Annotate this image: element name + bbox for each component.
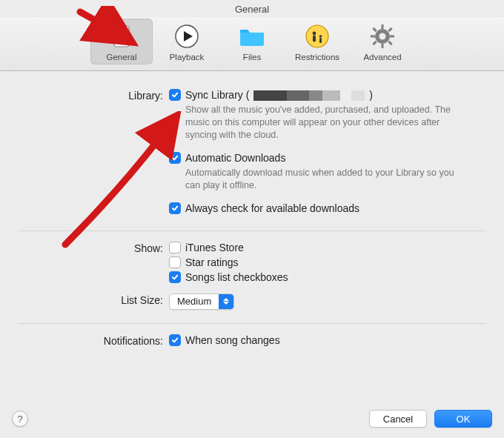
automatic-downloads-checkbox[interactable] [169, 152, 181, 164]
gear-icon [369, 23, 396, 50]
svg-rect-2 [117, 37, 126, 39]
svg-rect-17 [372, 41, 377, 45]
toolbar-restrictions[interactable]: Restrictions [286, 19, 348, 64]
folder-icon [239, 23, 265, 50]
toolbar-playback[interactable]: Playback [156, 19, 218, 64]
window-title: General [0, 0, 504, 17]
toolbar-label: Files [222, 53, 282, 62]
stepper-arrows-icon [219, 294, 233, 309]
svg-rect-12 [382, 44, 384, 48]
preferences-content: Library: Sync Library () Show all the mu… [0, 71, 504, 362]
redacted-account [253, 90, 365, 101]
playback-icon [173, 23, 200, 50]
svg-rect-13 [371, 36, 375, 38]
svg-rect-15 [372, 27, 377, 32]
svg-rect-16 [388, 41, 392, 45]
section-library: Library: Sync Library () Show all the mu… [18, 89, 486, 231]
preferences-toolbar: General Playback Files Restrictions Adva… [0, 17, 504, 71]
notifications-label: Notifications: [18, 334, 169, 347]
sync-library-label: Sync Library () [185, 89, 373, 101]
songs-list-checkboxes-checkbox[interactable] [169, 271, 181, 283]
svg-point-8 [319, 35, 322, 38]
library-label: Library: [18, 89, 169, 102]
toolbar-label: Playback [157, 53, 216, 62]
toolbar-label: General [92, 53, 151, 62]
list-size-label: List Size: [18, 293, 169, 306]
automatic-downloads-label: Automatic Downloads [185, 152, 285, 164]
dialog-footer: ? Cancel OK [0, 402, 504, 438]
when-song-changes-checkbox[interactable] [169, 334, 181, 346]
star-ratings-label: Star ratings [185, 256, 239, 268]
toolbar-general[interactable]: General [90, 19, 153, 64]
section-notifications: Notifications: When song changes [18, 334, 486, 362]
automatic-downloads-desc: Automatically download music when added … [185, 167, 460, 192]
always-check-downloads-label: Always check for available downloads [185, 202, 359, 214]
svg-rect-1 [117, 29, 126, 35]
show-label: Show: [18, 242, 169, 254]
toolbar-label: Restrictions [288, 53, 347, 62]
sync-library-checkbox[interactable] [169, 89, 181, 101]
when-song-changes-label: When song changes [185, 334, 280, 346]
list-size-popup[interactable]: Medium [169, 293, 234, 310]
section-show: Show: iTunes Store Star ratings Songs li… [18, 242, 486, 324]
restrictions-icon [304, 23, 331, 50]
itunes-store-checkbox[interactable] [169, 242, 181, 253]
toolbar-files[interactable]: Files [221, 19, 283, 64]
itunes-store-label: iTunes Store [185, 242, 244, 253]
svg-rect-7 [313, 36, 316, 42]
always-check-downloads-checkbox[interactable] [169, 202, 181, 214]
list-size-value: Medium [170, 294, 219, 309]
svg-rect-14 [390, 36, 394, 38]
songs-list-checkboxes-label: Songs list checkboxes [185, 271, 288, 283]
toolbar-label: Advanced [353, 53, 412, 62]
svg-rect-9 [319, 38, 322, 43]
toolbar-advanced[interactable]: Advanced [351, 19, 414, 64]
sync-library-desc: Show all the music you've added, purchas… [185, 104, 460, 142]
svg-point-6 [313, 32, 316, 36]
svg-rect-11 [382, 24, 384, 29]
svg-rect-18 [388, 27, 392, 32]
svg-point-5 [306, 25, 328, 47]
general-icon [108, 23, 135, 50]
ok-button[interactable]: OK [434, 410, 492, 428]
svg-rect-3 [117, 40, 126, 42]
help-button[interactable]: ? [12, 411, 28, 427]
star-ratings-checkbox[interactable] [169, 256, 181, 268]
cancel-button[interactable]: Cancel [369, 410, 427, 428]
svg-point-19 [379, 33, 386, 40]
